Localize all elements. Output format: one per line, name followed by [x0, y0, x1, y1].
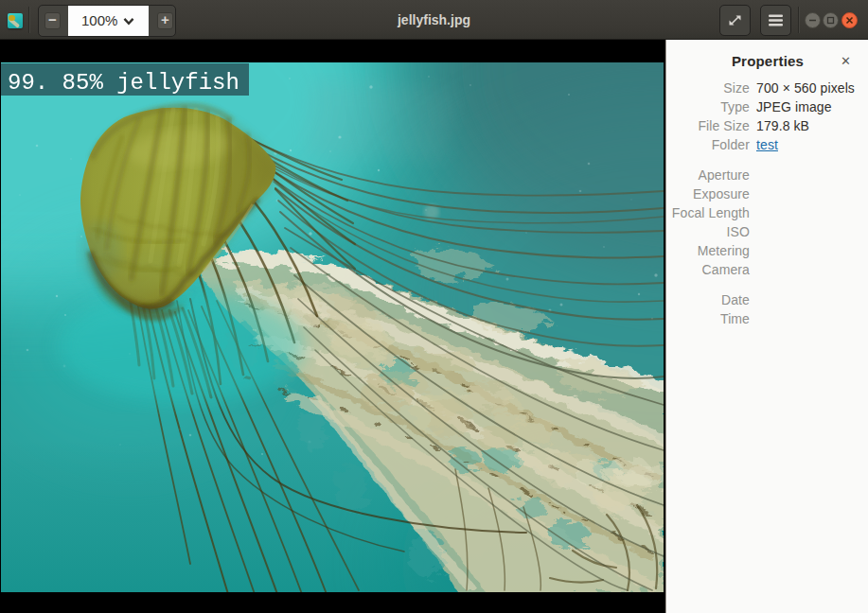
svg-text:99. 85% jellyfish: 99. 85% jellyfish	[8, 70, 239, 96]
